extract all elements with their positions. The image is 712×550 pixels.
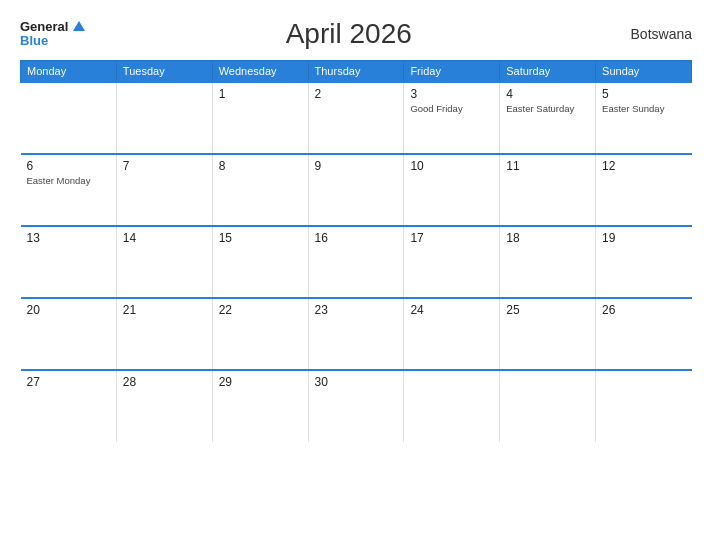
day-number: 4 xyxy=(506,87,589,101)
day-cell: 5Easter Sunday xyxy=(596,82,692,154)
day-cell: 20 xyxy=(21,298,117,370)
weekday-header-row: Monday Tuesday Wednesday Thursday Friday… xyxy=(21,61,692,83)
calendar-header: Monday Tuesday Wednesday Thursday Friday… xyxy=(21,61,692,83)
day-number: 21 xyxy=(123,303,206,317)
calendar-body: 123Good Friday4Easter Saturday5Easter Su… xyxy=(21,82,692,442)
day-cell: 29 xyxy=(212,370,308,442)
day-number: 2 xyxy=(315,87,398,101)
day-cell: 3Good Friday xyxy=(404,82,500,154)
day-number: 8 xyxy=(219,159,302,173)
week-row-2: 6Easter Monday789101112 xyxy=(21,154,692,226)
day-number: 15 xyxy=(219,231,302,245)
day-number: 6 xyxy=(27,159,110,173)
col-sunday: Sunday xyxy=(596,61,692,83)
col-wednesday: Wednesday xyxy=(212,61,308,83)
day-cell: 11 xyxy=(500,154,596,226)
day-number: 28 xyxy=(123,375,206,389)
calendar-title: April 2026 xyxy=(85,18,612,50)
day-cell: 21 xyxy=(116,298,212,370)
holiday-label: Good Friday xyxy=(410,103,493,114)
day-number: 27 xyxy=(27,375,110,389)
day-cell xyxy=(404,370,500,442)
day-number: 18 xyxy=(506,231,589,245)
day-cell: 23 xyxy=(308,298,404,370)
day-number: 14 xyxy=(123,231,206,245)
day-cell: 17 xyxy=(404,226,500,298)
day-cell: 24 xyxy=(404,298,500,370)
day-cell: 8 xyxy=(212,154,308,226)
day-number: 17 xyxy=(410,231,493,245)
logo-blue: Blue xyxy=(20,33,48,48)
day-cell: 12 xyxy=(596,154,692,226)
day-number: 12 xyxy=(602,159,685,173)
day-number: 26 xyxy=(602,303,685,317)
logo: General Blue xyxy=(20,20,85,49)
day-number: 3 xyxy=(410,87,493,101)
day-cell: 6Easter Monday xyxy=(21,154,117,226)
holiday-label: Easter Saturday xyxy=(506,103,589,114)
day-number: 25 xyxy=(506,303,589,317)
day-number: 19 xyxy=(602,231,685,245)
day-cell: 14 xyxy=(116,226,212,298)
logo-triangle-icon xyxy=(73,21,85,31)
day-cell: 7 xyxy=(116,154,212,226)
holiday-label: Easter Monday xyxy=(27,175,110,186)
day-cell: 1 xyxy=(212,82,308,154)
day-cell: 16 xyxy=(308,226,404,298)
day-number: 24 xyxy=(410,303,493,317)
day-cell xyxy=(116,82,212,154)
day-cell: 4Easter Saturday xyxy=(500,82,596,154)
day-cell: 28 xyxy=(116,370,212,442)
day-cell: 9 xyxy=(308,154,404,226)
header: General Blue April 2026 Botswana xyxy=(20,18,692,50)
day-number: 29 xyxy=(219,375,302,389)
day-number: 11 xyxy=(506,159,589,173)
day-number: 13 xyxy=(27,231,110,245)
day-cell: 13 xyxy=(21,226,117,298)
day-cell: 27 xyxy=(21,370,117,442)
col-tuesday: Tuesday xyxy=(116,61,212,83)
week-row-1: 123Good Friday4Easter Saturday5Easter Su… xyxy=(21,82,692,154)
day-cell xyxy=(500,370,596,442)
calendar-page: General Blue April 2026 Botswana Monday … xyxy=(0,0,712,550)
day-number: 20 xyxy=(27,303,110,317)
day-cell: 22 xyxy=(212,298,308,370)
col-monday: Monday xyxy=(21,61,117,83)
day-cell xyxy=(21,82,117,154)
day-cell: 26 xyxy=(596,298,692,370)
day-number: 16 xyxy=(315,231,398,245)
day-cell: 25 xyxy=(500,298,596,370)
col-friday: Friday xyxy=(404,61,500,83)
week-row-3: 13141516171819 xyxy=(21,226,692,298)
logo-line1: General xyxy=(20,20,85,34)
day-number: 9 xyxy=(315,159,398,173)
day-cell: 19 xyxy=(596,226,692,298)
logo-general: General xyxy=(20,19,68,34)
col-thursday: Thursday xyxy=(308,61,404,83)
day-number: 1 xyxy=(219,87,302,101)
day-number: 7 xyxy=(123,159,206,173)
day-number: 10 xyxy=(410,159,493,173)
week-row-5: 27282930 xyxy=(21,370,692,442)
day-cell: 2 xyxy=(308,82,404,154)
day-number: 23 xyxy=(315,303,398,317)
logo-line2: Blue xyxy=(20,34,85,48)
day-number: 5 xyxy=(602,87,685,101)
day-cell: 15 xyxy=(212,226,308,298)
day-cell: 10 xyxy=(404,154,500,226)
col-saturday: Saturday xyxy=(500,61,596,83)
day-cell: 30 xyxy=(308,370,404,442)
country-name: Botswana xyxy=(612,26,692,42)
calendar-table: Monday Tuesday Wednesday Thursday Friday… xyxy=(20,60,692,442)
day-number: 30 xyxy=(315,375,398,389)
day-cell xyxy=(596,370,692,442)
week-row-4: 20212223242526 xyxy=(21,298,692,370)
holiday-label: Easter Sunday xyxy=(602,103,685,114)
day-cell: 18 xyxy=(500,226,596,298)
day-number: 22 xyxy=(219,303,302,317)
